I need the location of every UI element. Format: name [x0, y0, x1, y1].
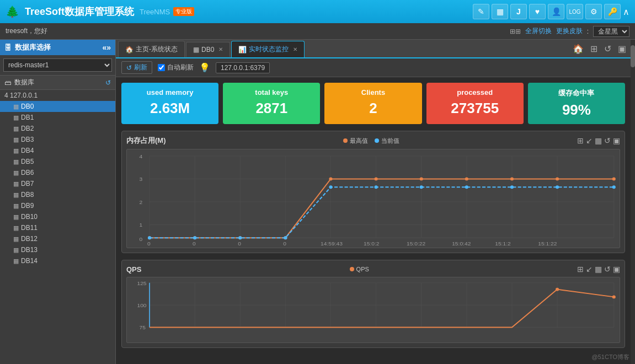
dashboard: used memory 2.63M total keys 2871 Client… — [116, 77, 631, 364]
db-item-label: DB7 — [21, 180, 34, 188]
sidebar-item-db2[interactable]: ▦ DB2 — [0, 123, 115, 134]
tab-realtime[interactable]: 📊 实时状态监控 ✕ — [231, 41, 305, 57]
stat-processed-value: 273755 — [431, 100, 519, 117]
tab-db0-close[interactable]: ✕ — [218, 46, 223, 52]
sidebar-item-db4[interactable]: ▦ DB4 — [0, 145, 115, 156]
db-refresh-icon[interactable]: ↺ — [105, 79, 111, 87]
edit-icon[interactable]: ✎ — [473, 4, 489, 19]
right-scrollbar[interactable] — [631, 40, 635, 364]
user-icon[interactable]: 👤 — [548, 4, 564, 19]
db-item-label: DB9 — [21, 202, 34, 210]
svg-point-49 — [465, 185, 468, 189]
sidebar-item-db0[interactable]: ▦ DB0 — [0, 101, 115, 112]
stat-card-memory: used memory 2.63M — [121, 83, 218, 124]
qps-chart-action-5[interactable]: ▣ — [613, 265, 620, 274]
svg-point-44 — [238, 236, 242, 239]
qps-chart-action-2[interactable]: ↙ — [586, 265, 593, 274]
heart-icon[interactable]: ♥ — [529, 4, 546, 19]
qps-chart-action-4[interactable]: ↺ — [604, 265, 611, 274]
qps-chart-action-1[interactable]: ⊞ — [577, 265, 584, 274]
db-item-label: DB4 — [21, 147, 34, 154]
sidebar-item-db9[interactable]: ▦ DB9 — [0, 200, 115, 211]
sidebar-item-db5[interactable]: ▦ DB5 — [0, 156, 115, 167]
tree-root[interactable]: 4 127.0.0.1 — [0, 90, 115, 101]
db-section-icon: 🗃 — [4, 79, 11, 87]
skin-link[interactable]: 更换皮肤 — [556, 26, 583, 36]
tab-realtime-close[interactable]: ✕ — [293, 46, 297, 52]
sidebar: 🗄 数据库选择 «» redis-master1 redis-master2 🗃… — [0, 40, 116, 364]
sidebar-item-db3[interactable]: ▦ DB3 — [0, 134, 115, 145]
sub-toolbar: ↺ 刷新 自动刷新 💡 127.0.0.1:6379 — [116, 58, 631, 77]
qps-chart-action-3[interactable]: ▦ — [595, 265, 602, 274]
tab-action-home[interactable]: 🏠 — [570, 44, 586, 54]
tab-action-refresh[interactable]: ↺ — [602, 44, 613, 54]
log-icon[interactable]: LOG — [567, 4, 583, 19]
memory-chart-action-4[interactable]: ↺ — [604, 136, 611, 145]
tab-db0[interactable]: ▦ DB0 ✕ — [186, 42, 230, 57]
sidebar-item-db12[interactable]: ▦ DB12 — [0, 233, 115, 244]
legend-current-dot — [375, 138, 379, 143]
sidebar-item-db14[interactable]: ▦ DB14 — [0, 255, 115, 266]
svg-point-46 — [329, 185, 332, 189]
db-section-label: 数据库 — [14, 78, 34, 87]
db-item-icon: ▦ — [13, 169, 19, 176]
tab-home[interactable]: 🏠 主页-系统状态 — [118, 41, 185, 57]
tab-action-maximize[interactable]: ⊞ — [588, 44, 600, 54]
settings-icon[interactable]: ⚙ — [585, 4, 602, 19]
db-item-label: DB6 — [21, 169, 34, 176]
db-item-label: DB8 — [21, 191, 34, 199]
scrollbar-thumb[interactable] — [631, 45, 635, 67]
j-icon[interactable]: J — [510, 4, 527, 19]
header-arrow[interactable]: ∧ — [623, 7, 629, 17]
memory-chart-action-5[interactable]: ▣ — [613, 136, 620, 145]
svg-point-45 — [284, 236, 287, 239]
svg-text:0: 0 — [140, 236, 143, 242]
qps-chart-area: 125 100 75 — [126, 277, 620, 343]
svg-text:3: 3 — [140, 176, 143, 183]
db-item-icon: ▦ — [13, 114, 19, 121]
main-layout: 🗄 数据库选择 «» redis-master1 redis-master2 🗃… — [0, 40, 635, 364]
svg-point-72 — [612, 295, 616, 298]
svg-text:15:0:2: 15:0:2 — [364, 240, 380, 247]
app-subtitle: TreeNMS — [140, 8, 170, 16]
toolbar-left: treesoft，您好 — [6, 26, 47, 36]
memory-chart-action-1[interactable]: ⊞ — [577, 136, 584, 145]
db-item-icon: ▦ — [13, 213, 19, 221]
memory-chart-action-3[interactable]: ▦ — [595, 136, 602, 145]
stat-memory-value: 2.63M — [126, 100, 214, 117]
tab-bar: 🏠 主页-系统状态 ▦ DB0 ✕ 📊 实时状态监控 ✕ 🏠 ⊞ ↺ ▣ — [116, 40, 631, 58]
tab-db0-label: DB0 — [201, 46, 214, 53]
qps-chart-header: QPS QPS ⊞ ↙ ▦ ↺ ▣ — [126, 265, 620, 274]
auto-refresh-checkbox[interactable] — [158, 64, 165, 71]
tab-action-menu[interactable]: ▣ — [616, 44, 628, 54]
memory-chart-header: 内存占用(M) 最高值 当前值 ⊞ ↙ ▦ — [126, 136, 620, 146]
svg-point-40 — [556, 177, 559, 180]
sidebar-collapse-btn[interactable]: «» — [102, 43, 111, 52]
sidebar-header: 🗄 数据库选择 «» — [0, 40, 115, 55]
refresh-label: 刷新 — [134, 63, 147, 72]
memory-chart-action-2[interactable]: ↙ — [586, 136, 593, 145]
key-icon[interactable]: 🔑 — [604, 4, 621, 19]
refresh-button[interactable]: ↺ 刷新 — [121, 61, 152, 74]
auto-refresh-toggle[interactable]: 自动刷新 — [158, 63, 194, 72]
db-item-label: DB14 — [21, 257, 38, 265]
sidebar-item-db8[interactable]: ▦ DB8 — [0, 189, 115, 200]
legend-qps-label: QPS — [356, 266, 369, 272]
stat-card-keys: total keys 2871 — [223, 83, 320, 124]
fullscreen-link[interactable]: 全屏切换 — [525, 26, 552, 36]
db-item-icon: ▦ — [13, 103, 19, 110]
skin-select[interactable]: 金星黑 — [593, 26, 629, 37]
memory-chart-svg: 4 3 2 1 0 — [127, 149, 620, 248]
sidebar-item-db6[interactable]: ▦ DB6 — [0, 167, 115, 178]
db-selector[interactable]: redis-master1 redis-master2 — [3, 58, 112, 72]
sidebar-item-db13[interactable]: ▦ DB13 — [0, 244, 115, 255]
sidebar-title: 数据库选择 — [15, 42, 51, 52]
grid-icon[interactable]: ▦ — [492, 4, 508, 19]
sidebar-item-db11[interactable]: ▦ DB11 — [0, 222, 115, 233]
svg-text:2: 2 — [140, 199, 143, 205]
sidebar-db-section: 🗃 数据库 ↺ — [0, 76, 115, 90]
svg-text:4: 4 — [140, 153, 143, 159]
sidebar-item-db7[interactable]: ▦ DB7 — [0, 178, 115, 189]
sidebar-item-db1[interactable]: ▦ DB1 — [0, 112, 115, 123]
sidebar-item-db10[interactable]: ▦ DB10 — [0, 211, 115, 222]
